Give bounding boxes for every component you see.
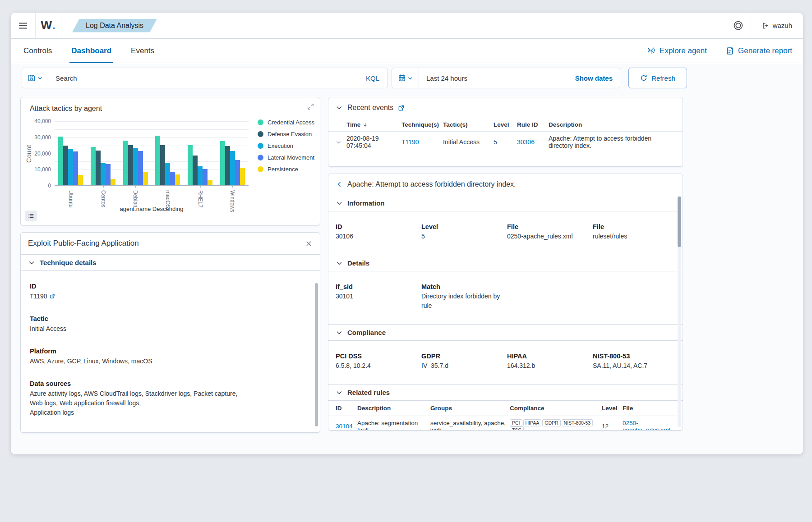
- column-header-level[interactable]: Level: [494, 121, 517, 128]
- bar-credential-access-centos[interactable]: [91, 147, 96, 185]
- field-value[interactable]: SA.11, AU.14, AC.7: [593, 361, 675, 371]
- expand-chart-button[interactable]: [307, 103, 314, 110]
- back-icon[interactable]: [336, 181, 343, 188]
- breadcrumb[interactable]: Log Data Analysis: [72, 19, 157, 32]
- gridline: [55, 146, 249, 146]
- bar-persistence-rhel7[interactable]: [208, 180, 212, 185]
- logout-button[interactable]: wazuh: [751, 13, 803, 38]
- related-rule-row[interactable]: 30104Apache: segmentation fault.service_…: [328, 416, 683, 430]
- field-value[interactable]: 6.5.8, 10.2.4: [336, 361, 421, 371]
- bar-defense-evasion-macos[interactable]: [160, 145, 165, 185]
- show-dates-button[interactable]: Show dates: [568, 74, 620, 82]
- tab-controls[interactable]: Controls: [22, 39, 54, 63]
- legend-item-lateral-movement[interactable]: Lateral Movement: [258, 154, 314, 161]
- rule-id-link[interactable]: 30104: [336, 423, 357, 430]
- information-section[interactable]: Information: [328, 195, 683, 211]
- bar-credential-access-macos[interactable]: [155, 136, 160, 185]
- bar-execution-debian[interactable]: [133, 148, 138, 185]
- bar-credential-access-windows[interactable]: [220, 141, 225, 185]
- bar-persistence-macos[interactable]: [175, 174, 180, 185]
- calendar-button[interactable]: [392, 68, 419, 88]
- technique-field-platform: PlatformAWS, Azure, GCP, Linux, Windows,…: [30, 348, 311, 366]
- logo-text: W: [41, 18, 52, 32]
- bar-lateral-movement-windows[interactable]: [235, 160, 240, 185]
- bar-credential-access-rhel7[interactable]: [188, 145, 193, 185]
- legend-item-execution[interactable]: Execution: [258, 142, 314, 149]
- refresh-button[interactable]: Refresh: [628, 68, 687, 88]
- field-label: if_sid: [336, 283, 421, 290]
- bar-defense-evasion-debian[interactable]: [128, 145, 133, 185]
- bar-execution-macos[interactable]: [165, 163, 170, 185]
- bar-execution-centos[interactable]: [101, 163, 106, 185]
- bar-persistence-ubuntu[interactable]: [78, 175, 83, 185]
- field-value[interactable]: ruleset/rules: [593, 232, 675, 241]
- bar-lateral-movement-ubuntu[interactable]: [73, 151, 78, 185]
- column-header-tactic-s[interactable]: Tactic(s): [443, 121, 494, 128]
- tab-events[interactable]: Events: [129, 39, 156, 63]
- compliance-section[interactable]: Compliance: [328, 325, 683, 340]
- x-tick: [232, 185, 233, 188]
- field-label: Level: [421, 223, 507, 230]
- bar-persistence-windows[interactable]: [240, 168, 245, 185]
- technique-field-id: IDT1190: [30, 283, 311, 301]
- explore-agent-button[interactable]: Explore agent: [647, 46, 707, 55]
- bar-defense-evasion-ubuntu[interactable]: [63, 146, 68, 185]
- rule-detail-header: Apache: Attempt to access forbidden dire…: [328, 174, 683, 195]
- bar-defense-evasion-windows[interactable]: [225, 146, 230, 185]
- related-rules-section[interactable]: Related rules: [328, 385, 683, 400]
- field-value[interactable]: 5: [421, 232, 507, 241]
- bar-execution-ubuntu[interactable]: [68, 149, 73, 185]
- rule-file-link[interactable]: 0250-apache_rules.xml: [623, 420, 675, 431]
- bar-credential-access-debian[interactable]: [123, 141, 128, 185]
- column-header-compliance: Compliance: [510, 405, 602, 412]
- health-status-button[interactable]: [726, 13, 751, 38]
- event-rule-id-link[interactable]: 30306: [517, 138, 549, 146]
- related-rules-label: Related rules: [347, 389, 390, 396]
- details-section[interactable]: Details: [328, 255, 683, 271]
- field-value[interactable]: 164.312.b: [507, 361, 593, 371]
- legend-item-persistence[interactable]: Persistence: [258, 166, 314, 173]
- bar-lateral-movement-macos[interactable]: [170, 172, 175, 185]
- close-technique-button[interactable]: [305, 240, 313, 247]
- bar-lateral-movement-centos[interactable]: [106, 164, 111, 185]
- chevron-down-icon: [407, 75, 413, 81]
- bar-execution-windows[interactable]: [230, 151, 235, 185]
- legend-dot: [258, 166, 263, 172]
- tab-dashboard[interactable]: Dashboard: [69, 39, 113, 63]
- bar-lateral-movement-rhel7[interactable]: [203, 169, 208, 185]
- menu-button[interactable]: [11, 13, 35, 38]
- legend-item-credential-access[interactable]: Credential Access: [258, 119, 314, 126]
- time-range-button[interactable]: Last 24 hours: [419, 74, 475, 82]
- field-value[interactable]: IV_35.7.d: [421, 361, 507, 371]
- bar-persistence-centos[interactable]: [111, 179, 115, 185]
- column-header-rule-id[interactable]: Rule ID: [517, 121, 549, 128]
- scrollbar-thumb[interactable]: [678, 197, 681, 247]
- bar-persistence-debian[interactable]: [143, 172, 148, 185]
- field-label: File: [507, 223, 593, 230]
- search-input[interactable]: [48, 68, 358, 88]
- kql-button[interactable]: KQL: [358, 68, 388, 88]
- saved-queries-button[interactable]: [22, 68, 48, 88]
- column-header-time[interactable]: Time: [346, 121, 401, 128]
- column-header-technique-s[interactable]: Technique(s): [401, 121, 443, 128]
- bar-credential-access-ubuntu[interactable]: [58, 137, 63, 185]
- column-header-description[interactable]: Description: [549, 121, 675, 128]
- event-technique-link[interactable]: T1190: [401, 138, 443, 146]
- scrollbar-thumb[interactable]: [315, 283, 318, 426]
- legend-item-defense-evasion[interactable]: Defense Evasion: [258, 131, 314, 137]
- open-events-icon[interactable]: [398, 105, 405, 111]
- row-expand-icon[interactable]: [336, 139, 346, 145]
- legend-toggle-button[interactable]: [25, 211, 37, 221]
- generate-report-button[interactable]: Generate report: [726, 46, 792, 55]
- technique-details-section[interactable]: Technique details: [21, 255, 320, 270]
- bar-defense-evasion-centos[interactable]: [96, 151, 101, 185]
- field-value[interactable]: T1190: [30, 292, 282, 301]
- field-value[interactable]: 0250-apache_rules.xml: [507, 232, 593, 241]
- app-logo[interactable]: W.: [36, 13, 61, 38]
- event-row[interactable]: 2020-08-19 07:45:04T1190Initial Access53…: [328, 132, 683, 152]
- collapse-icon[interactable]: [336, 104, 343, 111]
- bar-defense-evasion-rhel7[interactable]: [193, 156, 198, 185]
- bar-execution-rhel7[interactable]: [198, 166, 203, 185]
- bar-lateral-movement-debian[interactable]: [138, 151, 143, 185]
- information-field-id: ID30106: [336, 223, 421, 241]
